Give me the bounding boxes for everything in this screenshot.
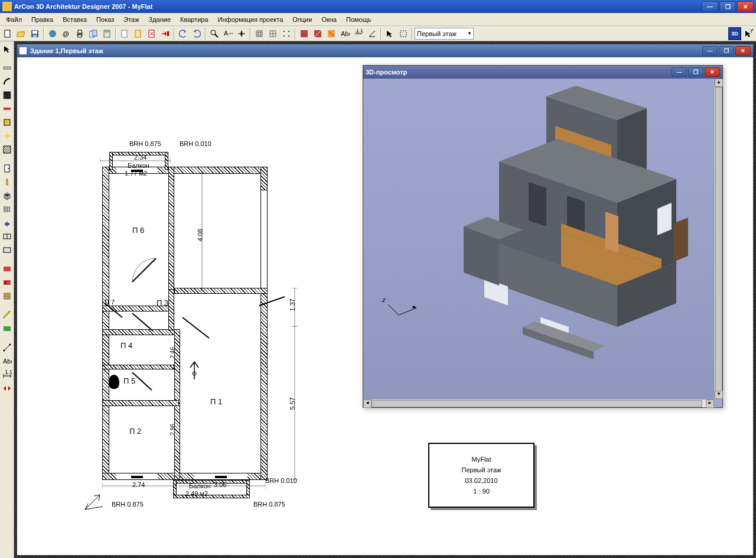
3d-scrollbar-vertical[interactable]: ▲ ▼ [714, 79, 722, 399]
window-icon[interactable] [1, 230, 14, 243]
sun-icon[interactable] [1, 129, 14, 142]
shelf-icon[interactable] [1, 290, 14, 303]
doc-close-button[interactable]: ✕ [735, 46, 751, 56]
close-button[interactable]: ✕ [737, 1, 754, 12]
svg-point-17 [211, 30, 216, 35]
dim-296: 2.96 [170, 424, 176, 435]
layer1-icon[interactable] [298, 27, 311, 40]
menu-edit[interactable]: Правка [27, 15, 58, 24]
red2-icon[interactable] [1, 276, 14, 289]
symbols-icon[interactable] [1, 382, 14, 395]
dim-408: 4.08 [197, 229, 204, 241]
menu-view[interactable]: Показ [92, 15, 119, 24]
snap-icon[interactable] [280, 27, 293, 40]
print-icon[interactable] [73, 27, 86, 40]
3d-button[interactable]: 3D [728, 27, 741, 40]
wall-icon[interactable] [1, 61, 14, 74]
menu-building[interactable]: Здание [144, 15, 176, 24]
svg-text:1.0: 1.0 [5, 370, 12, 375]
doc2-icon[interactable] [132, 27, 145, 40]
svg-rect-2 [32, 31, 37, 34]
compass-icon[interactable] [235, 27, 248, 40]
svg-rect-10 [92, 30, 97, 36]
window2-icon[interactable] [1, 244, 14, 257]
menu-apartment[interactable]: Квартира [175, 15, 213, 24]
dim-246: 2.46 [170, 347, 176, 358]
menubar: Файл Правка Вставка Показ Этаж Здание Кв… [0, 13, 756, 26]
arc-icon[interactable] [1, 75, 14, 88]
save-icon[interactable] [28, 27, 41, 40]
globe-icon[interactable] [46, 27, 59, 40]
pillar-icon[interactable] [1, 176, 14, 189]
object-icon[interactable] [1, 216, 14, 229]
wallred-icon[interactable] [1, 102, 14, 115]
floor-selector[interactable]: Первый этаж [415, 28, 474, 40]
grid2-icon[interactable] [266, 27, 279, 40]
3d-close-button[interactable]: ✕ [705, 67, 720, 77]
calc-icon[interactable] [100, 27, 113, 40]
grid-icon[interactable] [253, 27, 266, 40]
zoom-icon[interactable] [208, 27, 221, 40]
svg-rect-45 [6, 179, 8, 186]
balcony-bottom-area: 2.49 м2 [185, 490, 208, 497]
layer2-icon[interactable] [311, 27, 324, 40]
doc3-icon[interactable] [145, 27, 158, 40]
pointer-icon[interactable] [1, 43, 14, 56]
angle-icon[interactable] [366, 27, 379, 40]
copy-icon[interactable] [87, 27, 100, 40]
layer3-icon[interactable] [325, 27, 338, 40]
selectbox-icon[interactable] [397, 27, 410, 40]
document-titlebar[interactable]: Здание 1,Первый этаж — ❐ ✕ [17, 44, 753, 57]
dimension-icon[interactable]: 1.0 [1, 368, 14, 381]
new-icon[interactable] [1, 27, 14, 40]
zoomfit-icon[interactable]: A↔ [221, 27, 234, 40]
menu-insert[interactable]: Вставка [58, 15, 92, 24]
text-icon[interactable]: Abc [338, 27, 351, 40]
dim-557: 5.57 [289, 397, 296, 410]
menu-windows[interactable]: Окна [317, 15, 341, 24]
workspace: Abc 1.0 Здание 1,Первый этаж — ❐ ✕ [0, 41, 756, 558]
brh-b1: BRH 0.875 [112, 501, 144, 508]
radiator-icon[interactable] [1, 203, 14, 216]
wallprofile-icon[interactable] [1, 89, 14, 102]
doc-maximize-button[interactable]: ❐ [719, 46, 734, 56]
menu-floor[interactable]: Этаж [119, 15, 144, 24]
menu-options[interactable]: Опции [288, 15, 317, 24]
svg-text:A↔: A↔ [224, 30, 233, 37]
svg-rect-50 [4, 280, 11, 285]
preview-3d-titlebar[interactable]: 3D-просмотр — ❐ ✕ [363, 66, 722, 79]
open-icon[interactable] [15, 27, 28, 40]
mail-icon[interactable]: @ [60, 27, 73, 40]
door-icon[interactable] [1, 162, 14, 175]
maximize-button[interactable]: ❐ [719, 1, 736, 12]
menu-file[interactable]: Файл [1, 15, 27, 24]
viewport-3d[interactable]: z [363, 79, 714, 399]
3d-scrollbar-horizontal[interactable]: ◄ ► [363, 399, 714, 407]
3d-minimize-button[interactable]: — [672, 67, 687, 77]
box3d-icon[interactable] [1, 189, 14, 202]
textlabel-icon[interactable]: Abc [1, 355, 14, 368]
3d-maximize-button[interactable]: ❐ [688, 67, 703, 77]
menu-projectinfo[interactable]: Информация проекта [213, 15, 288, 24]
minimize-button[interactable]: — [702, 1, 718, 12]
svg-rect-14 [135, 30, 141, 37]
dim-137: 1.37 [289, 299, 296, 311]
undo-icon[interactable] [177, 27, 190, 40]
menu-help[interactable]: Помощь [341, 15, 376, 24]
svg-point-4 [49, 30, 56, 37]
hatch-icon[interactable] [1, 143, 14, 156]
doc-minimize-button[interactable]: — [702, 46, 718, 56]
stairs-icon[interactable] [1, 309, 14, 322]
redo-icon[interactable] [190, 27, 203, 40]
arrow-right-icon[interactable] [159, 27, 172, 40]
svg-point-24 [288, 35, 289, 37]
line-icon[interactable] [1, 341, 14, 354]
red1-icon[interactable] [1, 262, 14, 275]
room-p3-label: П 3 [157, 299, 168, 307]
doc1-icon[interactable] [118, 27, 131, 40]
select-icon[interactable] [383, 27, 396, 40]
measure-icon[interactable]: 1.0 [352, 27, 365, 40]
smallroom-icon[interactable] [1, 116, 14, 129]
green-icon[interactable] [1, 322, 14, 335]
help-icon[interactable]: ? [742, 27, 755, 40]
